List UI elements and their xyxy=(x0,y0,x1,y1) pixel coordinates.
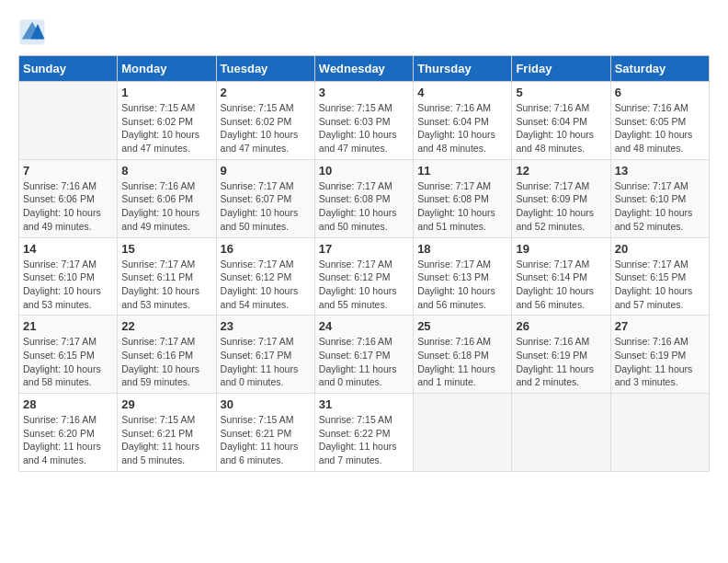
calendar-cell: 31Sunrise: 7:15 AM Sunset: 6:22 PM Dayli… xyxy=(314,394,413,472)
col-header-thursday: Thursday xyxy=(414,56,512,82)
day-number: 23 xyxy=(221,319,311,333)
day-info: Sunrise: 7:17 AM Sunset: 6:13 PM Dayligh… xyxy=(417,258,507,312)
calendar-cell: 24Sunrise: 7:16 AM Sunset: 6:17 PM Dayli… xyxy=(314,316,413,394)
calendar-cell: 21Sunrise: 7:17 AM Sunset: 6:15 PM Dayli… xyxy=(19,316,118,394)
day-info: Sunrise: 7:15 AM Sunset: 6:22 PM Dayligh… xyxy=(319,413,409,467)
day-info: Sunrise: 7:17 AM Sunset: 6:14 PM Dayligh… xyxy=(516,258,606,312)
calendar-week-row: 28Sunrise: 7:16 AM Sunset: 6:20 PM Dayli… xyxy=(19,394,710,472)
day-info: Sunrise: 7:16 AM Sunset: 6:17 PM Dayligh… xyxy=(319,335,409,389)
day-number: 30 xyxy=(221,397,311,411)
calendar-cell: 19Sunrise: 7:17 AM Sunset: 6:14 PM Dayli… xyxy=(512,237,610,316)
day-info: Sunrise: 7:16 AM Sunset: 6:20 PM Dayligh… xyxy=(23,413,113,467)
day-number: 13 xyxy=(615,164,705,178)
calendar-cell: 22Sunrise: 7:17 AM Sunset: 6:16 PM Dayli… xyxy=(118,316,216,394)
calendar-cell: 6Sunrise: 7:16 AM Sunset: 6:05 PM Daylig… xyxy=(610,82,709,160)
calendar-cell: 5Sunrise: 7:16 AM Sunset: 6:04 PM Daylig… xyxy=(512,82,610,160)
day-info: Sunrise: 7:17 AM Sunset: 6:08 PM Dayligh… xyxy=(417,179,507,234)
day-number: 19 xyxy=(516,242,606,256)
calendar-week-row: 14Sunrise: 7:17 AM Sunset: 6:10 PM Dayli… xyxy=(19,237,710,316)
calendar-cell xyxy=(512,394,610,472)
calendar-week-row: 21Sunrise: 7:17 AM Sunset: 6:15 PM Dayli… xyxy=(19,316,710,394)
day-info: Sunrise: 7:16 AM Sunset: 6:06 PM Dayligh… xyxy=(121,179,211,234)
day-number: 21 xyxy=(23,319,113,333)
day-info: Sunrise: 7:16 AM Sunset: 6:19 PM Dayligh… xyxy=(516,335,606,389)
calendar-cell: 1Sunrise: 7:15 AM Sunset: 6:02 PM Daylig… xyxy=(118,82,216,160)
day-info: Sunrise: 7:17 AM Sunset: 6:15 PM Dayligh… xyxy=(615,258,705,312)
col-header-saturday: Saturday xyxy=(610,56,709,82)
day-number: 16 xyxy=(221,242,311,256)
calendar-cell: 25Sunrise: 7:16 AM Sunset: 6:18 PM Dayli… xyxy=(414,316,512,394)
page-header xyxy=(18,18,710,46)
day-info: Sunrise: 7:15 AM Sunset: 6:21 PM Dayligh… xyxy=(121,413,211,467)
day-info: Sunrise: 7:17 AM Sunset: 6:07 PM Dayligh… xyxy=(221,179,311,234)
calendar-cell: 26Sunrise: 7:16 AM Sunset: 6:19 PM Dayli… xyxy=(512,316,610,394)
day-info: Sunrise: 7:17 AM Sunset: 6:11 PM Dayligh… xyxy=(121,258,211,312)
day-info: Sunrise: 7:16 AM Sunset: 6:06 PM Dayligh… xyxy=(23,179,113,234)
day-number: 25 xyxy=(417,319,507,333)
day-number: 15 xyxy=(121,242,211,256)
calendar-table: SundayMondayTuesdayWednesdayThursdayFrid… xyxy=(18,55,710,472)
calendar-cell: 17Sunrise: 7:17 AM Sunset: 6:12 PM Dayli… xyxy=(314,237,413,316)
day-info: Sunrise: 7:17 AM Sunset: 6:15 PM Dayligh… xyxy=(23,335,113,389)
day-info: Sunrise: 7:16 AM Sunset: 6:05 PM Dayligh… xyxy=(615,101,705,155)
logo xyxy=(18,18,50,46)
calendar-cell: 10Sunrise: 7:17 AM Sunset: 6:08 PM Dayli… xyxy=(314,159,413,237)
day-number: 2 xyxy=(221,86,311,99)
logo-icon xyxy=(18,18,46,46)
day-info: Sunrise: 7:17 AM Sunset: 6:10 PM Dayligh… xyxy=(615,179,705,234)
day-number: 3 xyxy=(319,86,409,99)
calendar-cell: 15Sunrise: 7:17 AM Sunset: 6:11 PM Dayli… xyxy=(118,237,216,316)
day-number: 29 xyxy=(121,397,211,411)
calendar-cell: 14Sunrise: 7:17 AM Sunset: 6:10 PM Dayli… xyxy=(19,237,118,316)
day-number: 7 xyxy=(23,164,113,178)
calendar-cell: 27Sunrise: 7:16 AM Sunset: 6:19 PM Dayli… xyxy=(610,316,709,394)
calendar-cell: 20Sunrise: 7:17 AM Sunset: 6:15 PM Dayli… xyxy=(610,237,709,316)
day-info: Sunrise: 7:17 AM Sunset: 6:17 PM Dayligh… xyxy=(221,335,311,389)
day-info: Sunrise: 7:15 AM Sunset: 6:03 PM Dayligh… xyxy=(319,101,409,155)
day-number: 18 xyxy=(417,242,507,256)
day-number: 20 xyxy=(615,242,705,256)
day-number: 24 xyxy=(319,319,409,333)
day-info: Sunrise: 7:16 AM Sunset: 6:04 PM Dayligh… xyxy=(417,101,507,155)
col-header-friday: Friday xyxy=(512,56,610,82)
calendar-week-row: 7Sunrise: 7:16 AM Sunset: 6:06 PM Daylig… xyxy=(19,159,710,237)
calendar-cell: 16Sunrise: 7:17 AM Sunset: 6:12 PM Dayli… xyxy=(216,237,314,316)
day-number: 8 xyxy=(121,164,211,178)
day-info: Sunrise: 7:17 AM Sunset: 6:10 PM Dayligh… xyxy=(23,258,113,312)
calendar-cell: 12Sunrise: 7:17 AM Sunset: 6:09 PM Dayli… xyxy=(512,159,610,237)
day-number: 28 xyxy=(23,397,113,411)
col-header-sunday: Sunday xyxy=(19,56,118,82)
calendar-cell: 30Sunrise: 7:15 AM Sunset: 6:21 PM Dayli… xyxy=(216,394,314,472)
calendar-cell: 8Sunrise: 7:16 AM Sunset: 6:06 PM Daylig… xyxy=(118,159,216,237)
day-number: 6 xyxy=(615,86,705,99)
day-number: 11 xyxy=(417,164,507,178)
day-number: 1 xyxy=(121,86,211,99)
calendar-cell: 9Sunrise: 7:17 AM Sunset: 6:07 PM Daylig… xyxy=(216,159,314,237)
day-info: Sunrise: 7:16 AM Sunset: 6:18 PM Dayligh… xyxy=(417,335,507,389)
day-number: 12 xyxy=(516,164,606,178)
day-number: 26 xyxy=(516,319,606,333)
day-number: 14 xyxy=(23,242,113,256)
calendar-cell: 2Sunrise: 7:15 AM Sunset: 6:02 PM Daylig… xyxy=(216,82,314,160)
day-info: Sunrise: 7:17 AM Sunset: 6:12 PM Dayligh… xyxy=(319,258,409,312)
day-number: 17 xyxy=(319,242,409,256)
calendar-header-row: SundayMondayTuesdayWednesdayThursdayFrid… xyxy=(19,56,710,82)
day-info: Sunrise: 7:16 AM Sunset: 6:04 PM Dayligh… xyxy=(516,101,606,155)
calendar-cell: 11Sunrise: 7:17 AM Sunset: 6:08 PM Dayli… xyxy=(414,159,512,237)
calendar-cell: 7Sunrise: 7:16 AM Sunset: 6:06 PM Daylig… xyxy=(19,159,118,237)
col-header-monday: Monday xyxy=(118,56,216,82)
day-info: Sunrise: 7:15 AM Sunset: 6:02 PM Dayligh… xyxy=(221,101,311,155)
day-number: 5 xyxy=(516,86,606,99)
calendar-cell: 3Sunrise: 7:15 AM Sunset: 6:03 PM Daylig… xyxy=(314,82,413,160)
day-number: 31 xyxy=(319,397,409,411)
day-number: 4 xyxy=(417,86,507,99)
calendar-cell: 4Sunrise: 7:16 AM Sunset: 6:04 PM Daylig… xyxy=(414,82,512,160)
calendar-cell: 23Sunrise: 7:17 AM Sunset: 6:17 PM Dayli… xyxy=(216,316,314,394)
calendar-cell: 28Sunrise: 7:16 AM Sunset: 6:20 PM Dayli… xyxy=(19,394,118,472)
calendar-cell: 18Sunrise: 7:17 AM Sunset: 6:13 PM Dayli… xyxy=(414,237,512,316)
calendar-cell: 13Sunrise: 7:17 AM Sunset: 6:10 PM Dayli… xyxy=(610,159,709,237)
day-number: 9 xyxy=(221,164,311,178)
calendar-week-row: 1Sunrise: 7:15 AM Sunset: 6:02 PM Daylig… xyxy=(19,82,710,160)
day-info: Sunrise: 7:17 AM Sunset: 6:09 PM Dayligh… xyxy=(516,179,606,234)
calendar-cell xyxy=(610,394,709,472)
